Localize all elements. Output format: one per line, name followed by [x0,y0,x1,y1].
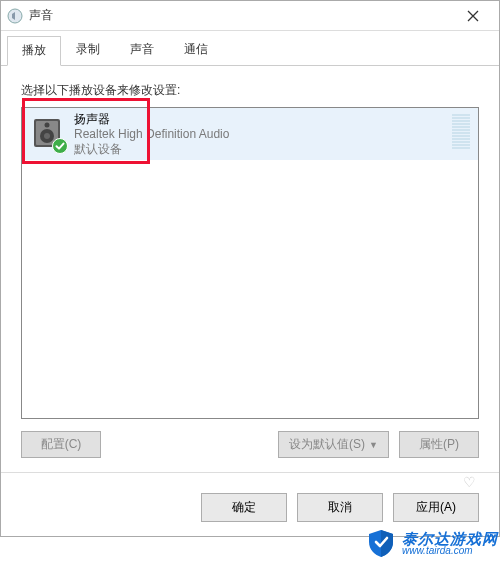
divider [1,472,499,473]
watermark: 泰尔达游戏网 www.tairda.com [366,528,498,558]
close-button[interactable] [453,4,493,28]
device-buttons-row: 配置(C) 设为默认值(S)▼ 属性(P) [21,431,479,458]
device-texts: 扬声器 Realtek High Definition Audio 默认设备 [74,112,229,157]
configure-button[interactable]: 配置(C) [21,431,101,458]
titlebar: 声音 [1,1,499,31]
tab-sounds[interactable]: 声音 [115,35,169,65]
apply-button[interactable]: 应用(A) [393,493,479,522]
default-check-icon [52,138,68,154]
cancel-button[interactable]: 取消 [297,493,383,522]
svg-point-5 [45,123,50,128]
tab-strip: 播放 录制 声音 通信 [1,31,499,66]
device-status: 默认设备 [74,142,229,157]
device-list[interactable]: 扬声器 Realtek High Definition Audio 默认设备 [21,107,479,419]
tab-recording[interactable]: 录制 [61,35,115,65]
window-title: 声音 [29,7,453,24]
shield-icon [366,528,396,558]
device-name: 扬声器 [74,112,229,127]
watermark-cn: 泰尔达游戏网 [402,531,498,546]
tab-communications[interactable]: 通信 [169,35,223,65]
set-default-label: 设为默认值(S) [289,437,365,451]
device-item-speakers[interactable]: 扬声器 Realtek High Definition Audio 默认设备 [22,108,478,160]
set-default-button[interactable]: 设为默认值(S)▼ [278,431,389,458]
svg-point-4 [44,133,50,139]
close-icon [467,10,479,22]
properties-button[interactable]: 属性(P) [399,431,479,458]
sound-icon [7,8,23,24]
watermark-url: www.tairda.com [402,546,498,556]
chevron-down-icon: ▼ [369,440,378,450]
heart-icon: ♡ [463,474,476,490]
ok-button[interactable]: 确定 [201,493,287,522]
instruction-text: 选择以下播放设备来修改设置: [21,82,479,99]
tab-content: 选择以下播放设备来修改设置: [1,66,499,483]
level-meter [452,114,470,149]
device-icon-wrap [30,116,66,152]
sound-dialog: 声音 播放 录制 声音 通信 选择以下播放设备来修改设置: [0,0,500,537]
tab-playback[interactable]: 播放 [7,36,61,66]
device-description: Realtek High Definition Audio [74,127,229,142]
